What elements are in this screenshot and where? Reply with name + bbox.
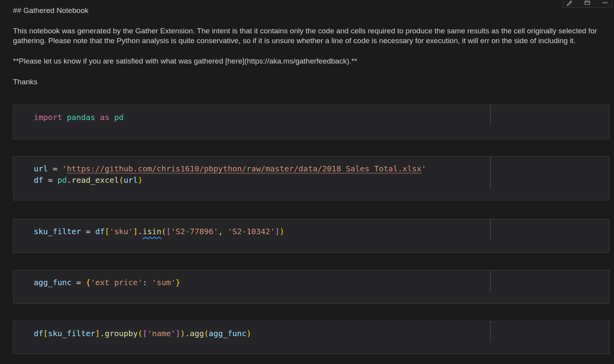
code-token: ]	[175, 329, 180, 338]
code-token: as	[100, 113, 110, 122]
code-token: agg	[190, 329, 204, 338]
code-line: sku_filter = df['sku'].isin(['S2-77896',…	[34, 226, 609, 237]
code-cell[interactable]: df[sku_filter].groupby(['name']).agg(agg…	[13, 321, 609, 354]
code-token: )	[247, 329, 251, 338]
code-token: ,	[218, 227, 228, 236]
code-token: url	[34, 164, 48, 173]
code-token: 'sum'	[152, 278, 175, 287]
code-line: df = pd.read_excel(url)	[34, 175, 609, 186]
code-token: 'sku'	[110, 227, 133, 236]
code-token: agg_func	[209, 329, 247, 338]
cell-editor[interactable]: sku_filter = df['sku'].isin(['S2-77896',…	[13, 219, 609, 237]
markdown-heading: ## Gathered Notebook	[13, 6, 88, 15]
code-token: )	[138, 175, 143, 185]
split-cell-icon[interactable]	[584, 0, 591, 6]
code-token: [	[143, 329, 147, 338]
code-token: .	[185, 329, 190, 338]
markdown-paragraph-line: This notebook was generated by the Gathe…	[13, 27, 597, 35]
code-token: (	[138, 329, 143, 338]
code-token: :	[143, 278, 152, 287]
editor-scrollbar-divider	[490, 157, 491, 189]
code-token: df	[34, 329, 43, 338]
cell-editor[interactable]: agg_func = {'ext price': 'sum'}	[13, 270, 609, 288]
code-token: .	[100, 329, 105, 338]
code-token: '	[62, 164, 67, 173]
code-token: 'S2-10342'	[228, 227, 275, 236]
code-token: {	[86, 278, 90, 287]
code-token: =	[43, 175, 57, 185]
code-token: [	[166, 227, 171, 236]
code-token: sku_filter	[48, 329, 95, 338]
markdown-cell-toolbar	[562, 0, 612, 8]
markdown-feedback-line: **Please let us know if you are satisfie…	[13, 57, 357, 66]
cell-editor[interactable]: url = 'https://github.com/chris1610/pbpy…	[13, 157, 609, 186]
code-token: read_excel	[71, 175, 119, 185]
code-token: )	[180, 329, 185, 338]
code-token: [	[43, 329, 48, 338]
code-token: pd	[114, 113, 124, 122]
code-token: ]	[133, 227, 138, 236]
code-cell[interactable]: import pandas as pd	[13, 105, 609, 139]
code-token: '	[421, 164, 426, 173]
code-token: (	[119, 175, 124, 185]
cell-editor[interactable]: df[sku_filter].groupby(['name']).agg(agg…	[13, 321, 609, 339]
code-token	[95, 113, 100, 122]
cell-editor[interactable]: import pandas as pd	[13, 105, 609, 123]
code-token: 'S2-77896'	[171, 227, 218, 236]
code-line: df[sku_filter].groupby(['name']).agg(agg…	[34, 328, 609, 339]
markdown-thanks-line: Thanks	[13, 78, 37, 86]
code-token: https://github.com/chris1610/pbpython/ra…	[67, 164, 421, 173]
code-token: ]	[275, 227, 280, 236]
code-token: =	[81, 227, 95, 236]
code-token: agg_func	[34, 278, 71, 287]
code-token	[110, 113, 114, 122]
code-token: sku_filter	[34, 227, 81, 236]
code-cell[interactable]: agg_func = {'ext price': 'sum'}	[13, 270, 609, 304]
code-token: df	[34, 175, 43, 185]
code-line: agg_func = {'ext price': 'sum'}	[34, 277, 609, 288]
markdown-paragraph-line: gathering. Please note that the Python a…	[13, 36, 576, 45]
code-token: df	[95, 227, 105, 236]
code-cell[interactable]: sku_filter = df['sku'].isin(['S2-77896',…	[13, 219, 609, 253]
edit-pencil-icon[interactable]	[566, 0, 573, 6]
code-token: .	[67, 175, 71, 185]
code-cell[interactable]: url = 'https://github.com/chris1610/pbpy…	[13, 156, 609, 200]
code-line: url = 'https://github.com/chris1610/pbpy…	[34, 163, 609, 175]
more-actions-icon[interactable]	[601, 0, 609, 6]
code-token: groupby	[105, 329, 138, 338]
code-token: isin	[143, 227, 161, 236]
code-token: pd	[57, 175, 67, 185]
editor-scrollbar-divider	[490, 321, 491, 342]
code-token: (	[204, 329, 209, 338]
code-line: import pandas as pd	[34, 112, 609, 123]
code-token: pandas	[67, 113, 95, 122]
code-token: }	[175, 278, 180, 287]
code-token: url	[124, 175, 138, 185]
code-token: [	[105, 227, 110, 236]
code-token: 'ext price'	[91, 278, 143, 287]
code-token: import	[34, 113, 67, 122]
editor-scrollbar-divider	[490, 270, 491, 291]
editor-scrollbar-divider	[490, 105, 491, 126]
code-token: 'name'	[147, 329, 175, 338]
code-token: .	[138, 227, 143, 236]
code-token: )	[280, 227, 284, 236]
code-token: =	[48, 164, 62, 173]
editor-scrollbar-divider	[490, 219, 491, 240]
code-token: =	[71, 278, 86, 287]
code-token: (	[161, 227, 166, 236]
code-token: ]	[95, 329, 100, 338]
